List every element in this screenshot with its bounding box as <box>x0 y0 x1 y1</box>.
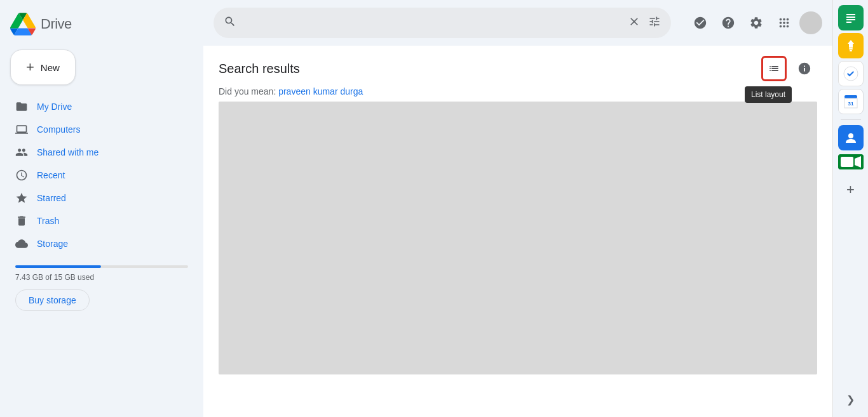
topbar <box>203 0 832 46</box>
content-header: Search results List layout <box>219 56 817 81</box>
contacts-icon[interactable] <box>838 125 864 150</box>
google-drive-logo <box>10 11 36 37</box>
svg-rect-10 <box>844 95 857 98</box>
info-button[interactable] <box>792 56 817 81</box>
sidebar-item-storage-label: Storage <box>37 239 68 249</box>
meet-icon[interactable] <box>838 154 864 169</box>
search-icon-button[interactable] <box>224 15 236 31</box>
sidebar-item-shared-label: Shared with me <box>37 147 98 157</box>
settings-button[interactable] <box>743 10 769 36</box>
sidebar-item-trash-label: Trash <box>37 216 59 226</box>
storage-used-text: 7.43 GB of 15 GB used <box>15 273 188 282</box>
sidebar-item-shared[interactable]: Shared with me <box>0 141 193 164</box>
topbar-actions <box>688 10 822 36</box>
search-container <box>214 8 671 38</box>
new-button[interactable]: + New <box>10 50 76 85</box>
did-you-mean-link[interactable]: praveen kumar durga <box>278 86 363 96</box>
cloud-icon <box>15 237 28 250</box>
new-button-label: New <box>41 62 60 73</box>
tasks-icon[interactable] <box>838 61 864 86</box>
svg-rect-16 <box>841 157 853 167</box>
computer-icon <box>15 123 28 136</box>
apps-button[interactable] <box>771 10 797 36</box>
sidebar-item-computers[interactable]: Computers <box>0 118 193 141</box>
sidebar-item-my-drive-label: My Drive <box>37 102 72 112</box>
user-avatar[interactable] <box>799 11 822 34</box>
help-button[interactable] <box>715 10 741 36</box>
calendar-icon[interactable]: 31 <box>838 89 864 114</box>
search-clear-button[interactable] <box>628 15 641 31</box>
storage-bar-fill <box>15 265 101 268</box>
app-title: Drive <box>41 16 72 32</box>
search-input[interactable] <box>244 17 620 29</box>
svg-rect-6 <box>849 48 853 50</box>
search-results-area <box>219 102 817 374</box>
right-panel-divider <box>841 119 861 120</box>
svg-rect-4 <box>846 22 851 23</box>
add-panel-app-button[interactable]: + <box>838 177 864 202</box>
sidebar-item-starred[interactable]: Starred <box>0 187 193 209</box>
sidebar-item-trash[interactable]: Trash <box>0 209 193 232</box>
trash-icon <box>15 215 28 227</box>
search-filter-button[interactable] <box>648 15 661 31</box>
header-actions: List layout <box>761 56 817 81</box>
new-plus-icon: + <box>26 59 34 76</box>
list-layout-tooltip: List layout <box>745 86 792 103</box>
sidebar-nav: My Drive Computers Shared with me Recent… <box>0 95 203 255</box>
sidebar-header: Drive <box>0 6 203 47</box>
right-panel: 31 + ❯ <box>832 0 868 417</box>
sidebar-item-storage[interactable]: Storage <box>0 232 193 255</box>
sidebar-item-starred-label: Starred <box>37 193 66 203</box>
sidebar-item-recent-label: Recent <box>37 170 65 180</box>
svg-rect-3 <box>846 19 855 20</box>
chevron-right-icon: ❯ <box>846 394 855 406</box>
add-icon: + <box>846 182 855 198</box>
buy-storage-button[interactable]: Buy storage <box>15 289 90 311</box>
svg-rect-2 <box>846 17 855 18</box>
sidebar-item-computers-label: Computers <box>37 124 80 135</box>
storage-bar <box>15 265 188 268</box>
content-area: Search results List layout Did you mean:… <box>203 46 832 417</box>
sidebar: Drive + New My Drive Computers Shared wi… <box>0 0 203 417</box>
keep-icon[interactable] <box>838 33 864 58</box>
storage-section: 7.43 GB of 15 GB used Buy storage <box>15 265 188 311</box>
main-content: Search results List layout Did you mean:… <box>203 0 832 417</box>
status-check-button[interactable] <box>688 10 713 36</box>
svg-point-14 <box>848 133 853 138</box>
page-title: Search results <box>219 62 300 76</box>
did-you-mean: Did you mean: praveen kumar durga <box>219 86 817 96</box>
svg-rect-1 <box>846 14 855 15</box>
list-layout-button[interactable] <box>761 56 787 81</box>
clock-icon <box>15 169 28 182</box>
sidebar-item-my-drive[interactable]: My Drive <box>0 95 193 118</box>
sidebar-item-recent[interactable]: Recent <box>0 164 193 187</box>
svg-rect-7 <box>850 50 852 51</box>
svg-text:31: 31 <box>848 101 853 107</box>
star-icon <box>15 192 28 204</box>
sheets-icon[interactable] <box>838 5 864 30</box>
right-panel-collapse-button[interactable]: ❯ <box>838 387 864 412</box>
folder-icon <box>15 100 28 113</box>
people-icon <box>15 146 28 159</box>
